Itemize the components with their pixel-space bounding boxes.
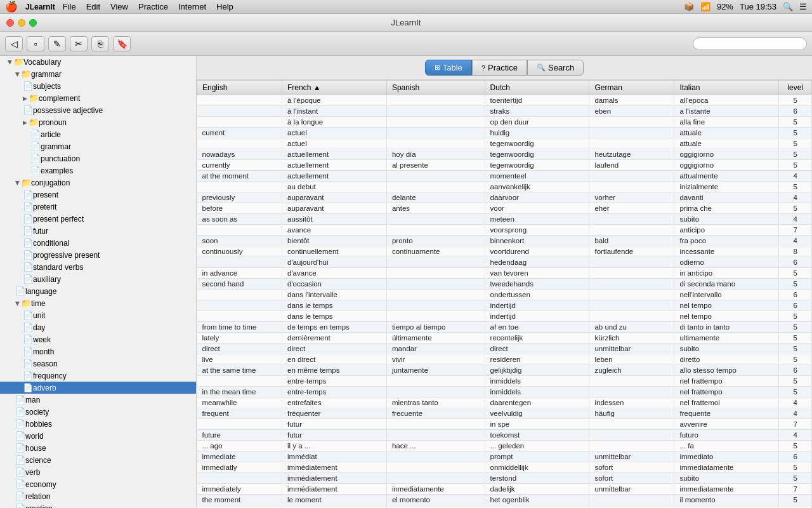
table-row[interactable]: currentlyactuellemental presentetegenwoo… [197,160,812,171]
sidebar-item-complement[interactable]: ▶ 📁 complement [0,92,196,104]
toolbar-button-3[interactable]: ✎ [48,36,66,51]
table-row[interactable]: mostlyle plus souventmeestalil più spess… [197,505,812,509]
apple-menu[interactable]: 🍎 [5,1,18,13]
sidebar-item-week[interactable]: 📄 week [0,333,196,345]
table-row[interactable]: dans l'intervalleondertussennell'interva… [197,290,812,300]
sidebar-item-article[interactable]: 📄 article [0,128,196,140]
table-row[interactable]: avancevoorspronganticipo7 [197,225,812,236]
sidebar-item-frequency[interactable]: 📄 frequency [0,370,196,382]
search-icon[interactable]: 🔍 [783,2,793,11]
table-row[interactable]: à la longueop den duuralla fine5 [197,117,812,128]
sidebar-item-futur[interactable]: 📄 futur [0,225,196,237]
sidebar-item-time[interactable]: ▶ 📁 time [0,297,196,309]
sidebar-item-unit[interactable]: 📄 unit [0,309,196,321]
help-menu[interactable]: Help [216,2,233,11]
sidebar-item-grammar2[interactable]: 📄 grammar [0,140,196,152]
table-row[interactable]: au debutaanvankelijkinizialmente5 [197,182,812,192]
sidebar-item-preterit[interactable]: 📄 preterit [0,201,196,213]
sidebar-item-present[interactable]: 📄 present [0,189,196,201]
col-header-dutch[interactable]: Dutch [485,81,589,95]
table-row[interactable]: futurin speavvenire7 [197,419,812,430]
sidebar-item-hobbies[interactable]: 📄 hobbies [0,418,196,430]
table-row[interactable]: second handd'occasiontweedehandsdi secon… [197,279,812,290]
table-row[interactable]: ... agoil y a ...hace ...... geleden... … [197,441,812,451]
table-row[interactable]: d'aujourd'huihedendaagodierno6 [197,257,812,268]
sidebar-item-month[interactable]: 📄 month [0,345,196,358]
sidebar-item-pronoun[interactable]: ▶ 📁 pronoun [0,116,196,128]
sidebar-item-economy[interactable]: 📄 economy [0,478,196,490]
sidebar-item-verb[interactable]: 📄 verb [0,466,196,478]
table-row[interactable]: meanwhileentrefaitesmientras tantodaaren… [197,398,812,408]
menu-icon[interactable]: ☰ [799,2,807,11]
col-header-level[interactable]: level [779,81,812,95]
sidebar-item-grammar[interactable]: ▶ 📁 grammar [0,68,196,80]
sidebar-item-possessive-adjective[interactable]: 📄 possessive adjective [0,104,196,116]
table-row[interactable]: in the mean timeentre-tempsinmiddelsnel … [197,387,812,398]
toolbar-button-6[interactable]: 🔖 [113,36,131,51]
sidebar-item-vocabulary[interactable]: ▶ 📁 Vocabulary [0,56,196,68]
col-header-italian[interactable]: Italian [674,81,779,95]
table-row[interactable]: at the momentactuellementmomenteelattual… [197,171,812,182]
sidebar-item-present-perfect[interactable]: 📄 present perfect [0,213,196,225]
table-row[interactable]: soonbientôtprontobinnenkortbaldfra poco4 [197,236,812,246]
table-row[interactable]: the momentle momentel momentohet ogenbli… [197,495,812,505]
tab-practice[interactable]: ? Practice [472,60,527,76]
table-row[interactable]: immediatelyimmédiatementinmediatamenteda… [197,484,812,495]
table-row[interactable]: previouslyauparavantdelantedaarvoorvorhe… [197,192,812,203]
toolbar-button-5[interactable]: ⎘ [91,36,109,51]
sidebar-item-adverb[interactable]: 📄 adverb [0,382,196,394]
table-row[interactable]: à l'époquetoentertijddamalsall'epoca5 [197,95,812,106]
sidebar-item-examples[interactable]: 📄 examples [0,164,196,177]
table-row[interactable]: at the same timeen même tempsjuntamenteg… [197,365,812,376]
table-row[interactable]: directdirectmandardirectunmittelbarsubit… [197,344,812,354]
col-header-german[interactable]: German [589,81,674,95]
tab-table[interactable]: ⊞ Table [425,60,472,76]
toolbar-button-4[interactable]: ✂ [70,36,88,51]
file-menu[interactable]: File [63,2,76,11]
sidebar-item-punctuation[interactable]: 📄 punctuation [0,152,196,164]
toolbar-button-2[interactable]: ▫ [27,36,44,51]
table-row[interactable]: as soon asaussitôtmeteensubito4 [197,214,812,225]
table-row[interactable]: continuouslycontinuellementcontinuamente… [197,246,812,257]
table-row[interactable]: in advanced'avancevan tevorenin anticipo… [197,268,812,279]
table-row[interactable]: à l'instantstraksebena l'istante6 [197,106,812,117]
table-row[interactable]: currentactuelhuidigattuale5 [197,128,812,138]
sidebar-item-season[interactable]: 📄 season [0,358,196,370]
table-row[interactable]: dans le tempsindertijdnel tempo6 [197,300,812,311]
table-container[interactable]: English French ▲ Spanish Dutch German It… [197,80,812,508]
sidebar-item-house[interactable]: 📄 house [0,442,196,454]
table-row[interactable]: from time to timede temps en tempstiempo… [197,322,812,333]
view-menu[interactable]: View [110,2,128,11]
table-row[interactable]: dans le tempsindertijdnel tempo5 [197,311,812,322]
edit-menu[interactable]: Edit [86,2,100,11]
search-input[interactable] [693,37,807,50]
minimize-button[interactable] [18,19,25,27]
sidebar-item-standard-verbs[interactable]: 📄 standard verbs [0,261,196,273]
table-row[interactable]: futurefuturtoekomstfuturo4 [197,430,812,441]
table-row[interactable]: entre-tempsinmiddelsnel frattempo5 [197,376,812,387]
close-button[interactable] [6,19,14,27]
sidebar-item-auxiliary[interactable]: 📄 auxiliary [0,273,196,285]
table-row[interactable]: nowadaysactuellementhoy díategenwoordigh… [197,149,812,160]
sidebar-item-conditional[interactable]: 📄 conditional [0,237,196,249]
sidebar-item-society[interactable]: 📄 society [0,406,196,418]
table-row[interactable]: actueltegenwoordigattuale5 [197,138,812,149]
table-row[interactable]: liveen directvivirresiderenlebendiretto5 [197,354,812,365]
app-menu[interactable]: JLearnIt [25,3,55,11]
table-row[interactable]: frequentfréquenterfrecuenteveelvuldighäu… [197,408,812,419]
sidebar-item-man[interactable]: 📄 man [0,394,196,406]
toolbar-button-1[interactable]: ◁ [5,36,23,51]
fullscreen-button[interactable] [29,19,37,27]
sidebar-item-science[interactable]: 📄 science [0,454,196,466]
col-header-spanish[interactable]: Spanish [386,81,485,95]
table-row[interactable]: beforeauparavantantesvooreherprima che5 [197,203,812,214]
sidebar-item-subjects[interactable]: 📄 subjects [0,80,196,92]
internet-menu[interactable]: Internet [178,2,206,11]
sidebar-item-progressive-present[interactable]: 📄 progressive present [0,249,196,261]
practice-menu[interactable]: Practice [138,2,168,11]
sidebar-item-language[interactable]: 📄 language [0,285,196,297]
sidebar-item-relation[interactable]: 📄 relation [0,490,196,502]
col-header-french[interactable]: French ▲ [282,81,387,95]
tab-search[interactable]: 🔍 Search [527,60,584,76]
sidebar-item-day[interactable]: 📄 day [0,321,196,333]
